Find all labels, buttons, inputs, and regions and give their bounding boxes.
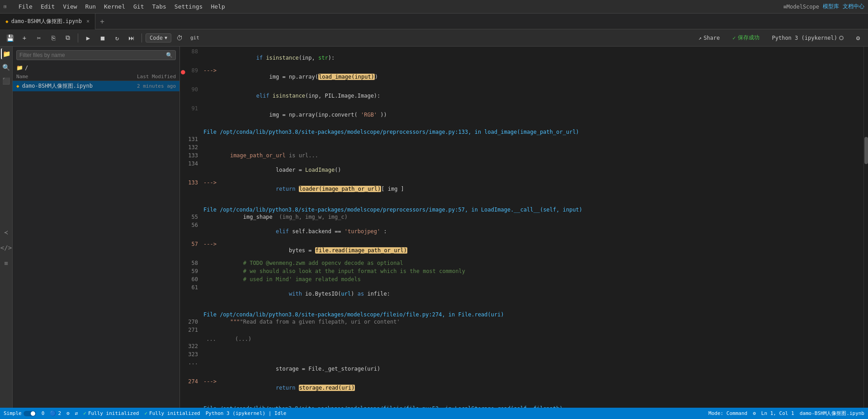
save-status: ✓ 保存成功: [728, 33, 764, 43]
app-logo: ⊞: [4, 4, 7, 9]
clock-icon[interactable]: ⏱: [173, 32, 186, 44]
paste-button[interactable]: ⧉: [61, 32, 74, 44]
settings-status-icon[interactable]: ⚙: [66, 410, 70, 416]
kernel-idle-label: Python 3 (ipykernel) | Idle: [206, 410, 287, 416]
menu-run[interactable]: Run: [82, 2, 99, 11]
menu-edit[interactable]: Edit: [37, 2, 58, 11]
activity-bar: 📁 🔍 ⬛ ≺ </> ≡: [0, 47, 13, 408]
kernel-idle-status: Python 3 (ipykernel) | Idle: [206, 410, 287, 416]
menu-tabs[interactable]: Tabs: [149, 2, 170, 11]
code-content: if isinstance(inp, str):: [217, 48, 864, 67]
doccenter-link[interactable]: 文档中心: [843, 3, 864, 10]
run-all-button[interactable]: ⏭: [125, 32, 138, 44]
line-number: 88: [185, 48, 203, 55]
menu-git[interactable]: Git: [130, 2, 147, 11]
file-item[interactable]: ◆ damo-BSHM人像抠图.ipynb 2 minutes ago: [13, 81, 179, 91]
simple-label: Simple: [4, 410, 22, 416]
menu-file[interactable]: File: [15, 2, 36, 11]
main-content: 📁 🔍 ⬛ ≺ </> ≡ 🔍 📁 / Name Last Modified ◆…: [0, 47, 868, 408]
tb3-line-270: 270 """"Read data from a given filepath,…: [182, 319, 868, 327]
kernel-label: Python 3 (ipykernel): [772, 35, 838, 41]
extensions-icon[interactable]: ⬛: [1, 75, 12, 86]
list-icon[interactable]: ≡: [1, 258, 12, 268]
cut-button[interactable]: ✂: [33, 32, 45, 44]
tb2-line-55: 55 img_shape (img_h, img_w, img_c): [182, 214, 868, 222]
run-button[interactable]: ▶: [82, 32, 94, 44]
traceback-path-1: File /opt/conda/lib/python3.8/site-packa…: [182, 128, 868, 136]
code-content: img = np.array(load_image(input)): [217, 67, 864, 86]
traceback-path-2: File /opt/conda/lib/python3.8/site-packa…: [182, 206, 868, 214]
save-button[interactable]: 💾: [4, 32, 16, 44]
traceback-3: File /opt/conda/lib/python3.8/site-packa…: [182, 307, 868, 401]
ln-value: 0: [42, 410, 45, 416]
column-headers: Name Last Modified: [13, 73, 179, 81]
file-modified-time: 2 minutes ago: [122, 83, 176, 89]
search-activity-icon[interactable]: 🔍: [1, 62, 12, 73]
copy-button[interactable]: ⎘: [47, 32, 60, 44]
notebook-tab[interactable]: ◆ damo-BSHM人像抠图.ipynb ×: [0, 14, 95, 29]
menu-view[interactable]: View: [59, 2, 80, 11]
settings-right-icon[interactable]: ⚙: [753, 410, 756, 416]
share-button[interactable]: ↗ Share: [694, 33, 724, 42]
menu-kernel[interactable]: Kernel: [100, 2, 129, 11]
initialized-status-1: ✓ Fully initialized: [83, 410, 139, 416]
tb2-line-58: 58 # TODO @wenmeng.zwm add opencv decode…: [182, 260, 868, 268]
tb2-line-60: 60 # used in Mind' image related models: [182, 276, 868, 284]
code-area: 88 if isinstance(inp, str): ● 89 ---> im…: [180, 47, 868, 408]
close-tab-icon[interactable]: ×: [86, 18, 90, 24]
col-status: 🔵 2: [50, 410, 61, 416]
check-status-2: ✓: [144, 410, 147, 416]
add-tab-button[interactable]: +: [95, 17, 109, 26]
tb3-line-323: 323: [182, 351, 868, 359]
code-line-89: ● 89 ---> img = np.array(load_image(inpu…: [182, 67, 868, 86]
code-scroll[interactable]: 88 if isinstance(inp, str): ● 89 ---> im…: [180, 47, 868, 408]
modellib-link[interactable]: 模型库: [823, 3, 839, 10]
ln-status: 0: [42, 410, 45, 416]
folder-header: 📁 /: [13, 64, 179, 72]
restart-button[interactable]: ↻: [111, 32, 123, 44]
tb3-arrow-line: 274 ---> return storage.read(uri): [182, 378, 868, 397]
check-icon: ✓: [732, 35, 736, 41]
simple-mode[interactable]: Simple: [4, 410, 36, 416]
traceback-2: File /opt/conda/lib/python3.8/site-packa…: [182, 202, 868, 307]
folder-icon: 📁: [16, 65, 23, 71]
cell-type-dropdown[interactable]: Code ▼: [146, 33, 171, 42]
initialized-label-2: Fully initialized: [149, 410, 200, 416]
separator1: [78, 33, 78, 42]
file-name: damo-BSHM人像抠图.ipynb: [22, 82, 119, 90]
git-activity-icon[interactable]: ≺: [1, 227, 12, 238]
tb3-storage-line: ... storage = File._get_storage(uri): [182, 359, 868, 378]
adjust-arrows: ⇄: [75, 410, 78, 416]
scrollbar-thumb[interactable]: [864, 137, 868, 164]
menu-settings[interactable]: Settings: [171, 2, 207, 11]
scrollbar[interactable]: [863, 47, 868, 408]
tb1-line-134: 134 loader = LoadImage(): [182, 160, 868, 179]
folder-path: /: [25, 65, 28, 71]
toolbar-right: ↗ Share ✓ 保存成功 Python 3 (ipykernel) ⚙: [694, 32, 864, 44]
ln-col-status: Ln 1, Col 1: [761, 410, 794, 416]
tab-icon: ◆: [5, 19, 9, 24]
tb2-line-59: 59 # we should also look at the input fo…: [182, 268, 868, 276]
line-number: 90: [185, 86, 203, 93]
interrupt-button[interactable]: ■: [96, 32, 109, 44]
code-icon[interactable]: </>: [1, 242, 12, 253]
tb2-line-61: 61 with io.BytesIO(url) as infile:: [182, 284, 868, 303]
file-search-container: 🔍: [16, 50, 176, 60]
simple-toggle[interactable]: [24, 411, 36, 416]
adjust-icon[interactable]: ⇄: [75, 410, 78, 416]
tb3-ellipsis: ... (...): [182, 335, 868, 343]
files-icon[interactable]: 📁: [1, 48, 12, 59]
menu-help[interactable]: Help: [207, 2, 228, 11]
code-line-88: 88 if isinstance(inp, str):: [182, 48, 868, 67]
tb1-line-132: 132: [182, 144, 868, 152]
tb1-line-133-context: 133 image_path_or_url is url...: [182, 152, 868, 160]
traceback-path-4: File /opt/conda/lib/python3.8/site-packa…: [182, 405, 868, 408]
add-cell-button[interactable]: +: [18, 32, 31, 44]
filename-status: damo-BSHM人像抠图.ipynb: [800, 410, 864, 417]
tab-bar: ◆ damo-BSHM人像抠图.ipynb × +: [0, 14, 868, 29]
git-button[interactable]: git: [188, 32, 202, 44]
search-input[interactable]: [19, 52, 166, 58]
tb3-line-322: 322: [182, 343, 868, 351]
settings-gear-icon[interactable]: ⚙: [852, 32, 864, 44]
tb1-line-131: 131: [182, 136, 868, 144]
